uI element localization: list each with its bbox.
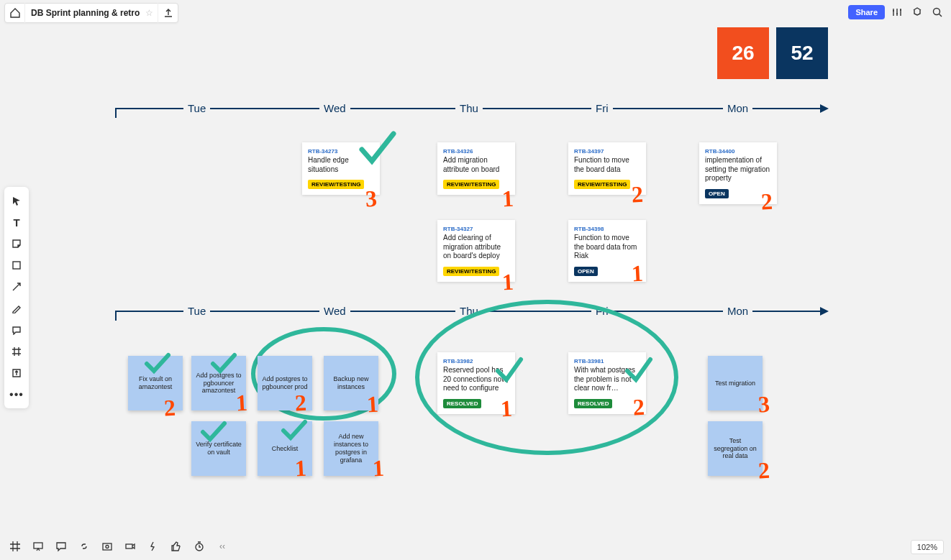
sticky-icon: [12, 239, 22, 249]
home-button[interactable]: [5, 3, 25, 23]
sticky-note[interactable]: Checklist: [258, 421, 312, 476]
day-label-fri: Fri: [591, 305, 613, 317]
board-title[interactable]: DB Sprint planning & retro: [25, 8, 145, 18]
star-icon[interactable]: ☆: [145, 8, 158, 18]
card-fri-resolved[interactable]: RTB-33981 With what postgres the problem…: [568, 352, 646, 414]
thumbs-up-icon[interactable]: [168, 538, 184, 554]
card-id: RTB-34326: [443, 148, 509, 155]
bottom-toolbar: ‹‹: [7, 538, 230, 554]
zoom-level[interactable]: 102%: [911, 540, 944, 554]
svg-rect-5: [103, 543, 112, 550]
sticky-tool[interactable]: [7, 234, 26, 253]
screenshot-icon[interactable]: [99, 538, 115, 554]
settings-icon[interactable]: [889, 4, 905, 20]
counter-navy[interactable]: 52: [776, 27, 828, 79]
upload-icon: [12, 368, 22, 378]
frame-tool[interactable]: [7, 342, 26, 361]
card-fri-1[interactable]: RTB-34397 Function to move the board dat…: [568, 142, 646, 195]
card-mon[interactable]: RTB-34400 implementation of setting the …: [699, 142, 777, 204]
card-fri-2[interactable]: RTB-34398 Function to move the board dat…: [568, 220, 646, 282]
svg-rect-7: [126, 544, 132, 548]
topbar-left: DB Sprint planning & retro ☆: [4, 3, 178, 23]
card-id: RTB-33982: [443, 358, 509, 364]
select-tool[interactable]: [7, 191, 26, 210]
collapse-icon[interactable]: ‹‹: [214, 538, 230, 554]
timer-icon[interactable]: [191, 538, 207, 554]
sticky-note[interactable]: Add postgres to pgbouncer amazontest: [191, 356, 246, 410]
day-label-mon: Mon: [723, 305, 752, 317]
export-button[interactable]: [158, 3, 178, 23]
upload-tool[interactable]: [7, 364, 26, 382]
pen-tool[interactable]: [7, 299, 26, 318]
export-icon: [163, 8, 173, 18]
sticky-text: Test segregation on real data: [712, 437, 758, 460]
card-thu-2[interactable]: RTB-34327 Add clearing of migration attr…: [437, 220, 515, 282]
frame-icon: [12, 346, 22, 357]
status-badge: REVIEW/TESTING: [443, 267, 499, 276]
comment-icon: [12, 325, 22, 335]
day-label-thu: Thu: [455, 102, 483, 114]
card-wed[interactable]: RTB-34273 Handle edge situations REVIEW/…: [302, 142, 380, 195]
top-bar: DB Sprint planning & retro ☆ Share: [0, 0, 951, 23]
sticky-note[interactable]: Test segregation on real data: [708, 421, 763, 476]
day-label-thu: Thu: [455, 305, 483, 317]
card-thu-resolved[interactable]: RTB-33982 Reserved pool has 20 connectio…: [437, 352, 515, 414]
square-icon: [12, 260, 22, 270]
card-title: Function to move the board data from Ria…: [574, 234, 640, 261]
shape-tool[interactable]: [7, 256, 26, 275]
comments-icon[interactable]: [53, 538, 69, 554]
link-icon[interactable]: [76, 538, 92, 554]
sticky-text: Fix vault on amazontest: [132, 375, 178, 391]
cursor-icon: [12, 196, 22, 206]
arrow-icon: [12, 282, 22, 292]
day-label-wed: Wed: [319, 305, 350, 317]
board-canvas[interactable]: 26 52 Tue Wed Thu Fri Mon RTB-34273 Hand…: [0, 0, 951, 560]
left-toolbar: T •••: [4, 187, 29, 408]
sticky-note[interactable]: Fix vault on amazontest: [128, 356, 183, 410]
share-button[interactable]: Share: [848, 5, 885, 19]
day-label-wed: Wed: [319, 102, 350, 114]
card-title: Handle edge situations: [308, 156, 374, 174]
card-title: Add migration attribute on board: [443, 156, 509, 174]
frames-icon[interactable]: [7, 538, 23, 554]
activity-icon[interactable]: [145, 538, 161, 554]
card-id: RTB-34327: [443, 226, 509, 232]
card-id: RTB-34398: [574, 226, 640, 232]
sticky-text: Verify certificate on vault: [196, 441, 242, 456]
present-icon[interactable]: [30, 538, 46, 554]
more-tool[interactable]: •••: [7, 385, 26, 404]
timeline-tick: [115, 311, 117, 321]
timeline-tick: [115, 108, 117, 118]
status-badge: RESOLVED: [443, 399, 481, 408]
card-id: RTB-33981: [574, 358, 640, 364]
pencil-icon: [12, 303, 22, 313]
status-badge: OPEN: [705, 189, 729, 198]
help-icon[interactable]: [909, 4, 925, 20]
status-badge: RESOLVED: [574, 399, 612, 408]
sticky-note[interactable]: Add postgres to pgbouncer prod: [258, 356, 312, 410]
sticky-text: Add postgres to pgbouncer amazontest: [196, 372, 242, 395]
svg-point-2: [934, 9, 940, 15]
svg-point-6: [106, 546, 109, 548]
sticky-note[interactable]: Backup new instances: [324, 356, 378, 410]
home-icon: [9, 7, 21, 19]
card-id: RTB-34397: [574, 148, 640, 155]
card-title: With what postgres the problem is not cl…: [574, 366, 640, 393]
comment-tool[interactable]: [7, 321, 26, 339]
counter-orange[interactable]: 26: [717, 27, 769, 79]
video-icon[interactable]: [122, 538, 138, 554]
card-title: Reserved pool has 20 connections now, ne…: [443, 366, 509, 393]
card-id: RTB-34273: [308, 148, 374, 155]
sticky-text: Backup new instances: [328, 375, 374, 391]
day-label-fri: Fri: [591, 102, 613, 114]
sticky-note[interactable]: Verify certificate on vault: [191, 421, 246, 476]
arrow-tool[interactable]: [7, 277, 26, 296]
sticky-note[interactable]: Test migration: [708, 356, 763, 410]
card-thu-1[interactable]: RTB-34326 Add migration attribute on boa…: [437, 142, 515, 195]
search-icon[interactable]: [929, 4, 945, 20]
svg-rect-3: [13, 262, 20, 269]
sticky-text: Test migration: [715, 380, 755, 387]
text-tool[interactable]: T: [7, 213, 26, 231]
sticky-note[interactable]: Add new instances to postgres in grafana: [324, 421, 378, 476]
card-title: Function to move the board data: [574, 156, 640, 174]
